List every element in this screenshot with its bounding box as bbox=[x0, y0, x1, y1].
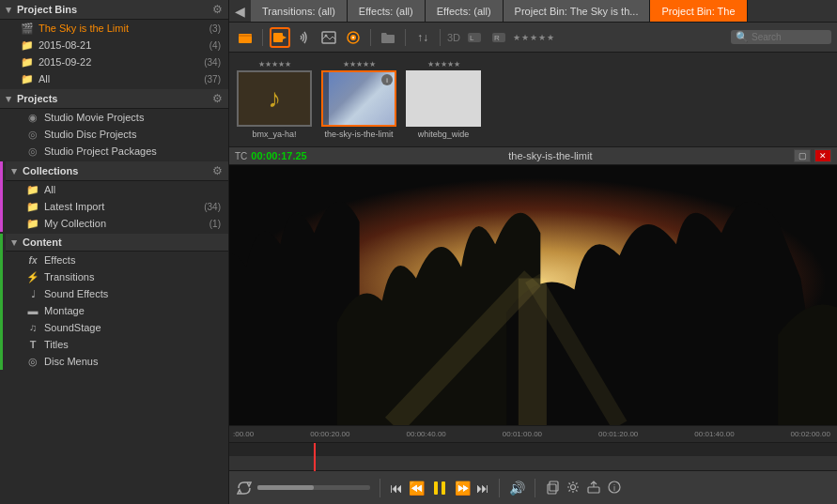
bin-item-0[interactable]: 🎬 The Sky is the Limit (3) bbox=[0, 20, 228, 37]
titles-icon: T bbox=[26, 338, 39, 351]
collections-header[interactable]: ▶ Collections ⚙ bbox=[6, 161, 228, 181]
content-soundstage[interactable]: ♫ SoundStage bbox=[6, 319, 228, 336]
collection-count-1: (34) bbox=[204, 202, 221, 212]
folder-icon[interactable] bbox=[378, 27, 398, 48]
volume-btn[interactable]: 🔊 bbox=[509, 481, 525, 496]
projects-section: ▶ Projects ⚙ ◉ Studio Movie Projects ◎ S… bbox=[0, 89, 228, 160]
video-timecode: 00:00:17.25 bbox=[251, 150, 306, 161]
project-bins-gear-icon[interactable]: ⚙ bbox=[212, 3, 223, 16]
effects-view-icon[interactable] bbox=[343, 27, 364, 48]
video-canvas bbox=[229, 165, 837, 425]
export-btn[interactable] bbox=[586, 480, 601, 496]
disc-menus-icon: ◎ bbox=[26, 355, 39, 368]
video-icon[interactable] bbox=[270, 27, 290, 48]
tab-0[interactable]: Transitions: (all) bbox=[251, 0, 348, 22]
bin-item-3[interactable]: 📁 All (37) bbox=[0, 70, 228, 87]
fx-icon: fx bbox=[26, 253, 39, 267]
project-bins-header[interactable]: ▶ Project Bins ⚙ bbox=[0, 0, 228, 20]
sort-icon[interactable]: ↑↓ bbox=[412, 27, 433, 48]
project-item-2[interactable]: ◎ Studio Project Packages bbox=[0, 143, 228, 160]
loop-btn[interactable] bbox=[237, 481, 252, 496]
collections-gear-icon[interactable]: ⚙ bbox=[212, 164, 223, 177]
scrub-area bbox=[257, 485, 370, 490]
info-btn[interactable]: i bbox=[607, 480, 622, 496]
film-icon: 🎬 bbox=[21, 22, 34, 35]
collection-item-0[interactable]: 📁 All bbox=[6, 181, 228, 198]
3d-right-icon[interactable]: R bbox=[488, 27, 509, 48]
search-bar[interactable]: 🔍 bbox=[731, 30, 831, 44]
bin-count-1: (4) bbox=[209, 40, 221, 51]
video-minimize-btn[interactable]: ▢ bbox=[794, 149, 811, 162]
collection-folder-icon-1: 📁 bbox=[26, 200, 39, 213]
label-3d: 3D bbox=[447, 32, 460, 43]
collection-item-1[interactable]: 📁 Latest Import (34) bbox=[6, 198, 228, 215]
media-label-0: bmx_ya-ha! bbox=[252, 130, 296, 139]
bin-item-1[interactable]: 📁 2015-08-21 (4) bbox=[0, 37, 228, 53]
media-item-0[interactable]: ★★★★★ ♪ bmx_ya-ha! bbox=[237, 60, 312, 139]
step-back-btn[interactable]: ⏪ bbox=[409, 481, 425, 496]
audio-icon[interactable] bbox=[294, 27, 315, 48]
video-close-btn[interactable]: ✕ bbox=[814, 149, 831, 162]
media-stars-2: ★★★★★ bbox=[427, 60, 460, 69]
timeline: :00.00 00:00:20.00 00:00:40.00 00:01:00.… bbox=[229, 425, 837, 470]
content-effects[interactable]: fx Effects bbox=[6, 252, 228, 268]
new-bin-icon[interactable] bbox=[235, 27, 256, 48]
package-icon: ◎ bbox=[26, 145, 39, 158]
marker-4: 00:01:20.00 bbox=[598, 430, 638, 438]
star-rating-toolbar: ★★★★★ bbox=[513, 33, 555, 42]
3d-left-icon[interactable]: L bbox=[464, 27, 485, 48]
project-item-1[interactable]: ◎ Studio Disc Projects bbox=[0, 126, 228, 143]
bin-name-0: The Sky is the Limit bbox=[39, 23, 129, 34]
media-thumb-2[interactable] bbox=[406, 70, 481, 127]
search-input[interactable] bbox=[752, 32, 827, 42]
collection-folder-icon-0: 📁 bbox=[26, 183, 39, 196]
play-pause-btn[interactable] bbox=[430, 479, 449, 497]
content-name-3: Montage bbox=[44, 305, 85, 316]
collection-folder-icon-2: 📁 bbox=[26, 217, 39, 230]
collections-section: ▶ Collections ⚙ 📁 All 📁 Latest Import (3… bbox=[0, 161, 228, 232]
collection-item-2[interactable]: 📁 My Collection (1) bbox=[6, 215, 228, 232]
content-sound-effects[interactable]: ♩ Sound Effects bbox=[6, 285, 228, 302]
svg-point-20 bbox=[571, 484, 576, 489]
tab-4[interactable]: Project Bin: The bbox=[650, 0, 747, 22]
tab-2[interactable]: Effects: (all) bbox=[426, 0, 504, 22]
copy-btn[interactable] bbox=[545, 480, 560, 496]
content-name-6: Disc Menus bbox=[44, 356, 98, 367]
skip-to-start-btn[interactable]: ⏮ bbox=[390, 481, 403, 496]
skip-to-end-btn[interactable]: ⏭ bbox=[476, 481, 489, 496]
sidebar: ▶ Project Bins ⚙ 🎬 The Sky is the Limit … bbox=[0, 0, 229, 504]
marker-2: 00:00:40.00 bbox=[407, 430, 446, 438]
project-item-0[interactable]: ◉ Studio Movie Projects bbox=[0, 109, 228, 126]
ctrl-sep-1 bbox=[380, 479, 380, 497]
image-icon[interactable] bbox=[318, 27, 339, 48]
marker-0: :00.00 bbox=[233, 430, 254, 438]
timeline-ruler: :00.00 00:00:20.00 00:00:40.00 00:01:00.… bbox=[229, 426, 837, 443]
projects-gear-icon[interactable]: ⚙ bbox=[212, 92, 223, 105]
media-thumb-0[interactable]: ♪ bbox=[237, 70, 312, 127]
tab-3[interactable]: Project Bin: The Sky is th... bbox=[504, 0, 651, 22]
projects-header[interactable]: ▶ Projects ⚙ bbox=[0, 89, 228, 109]
ctrl-sep-3 bbox=[535, 479, 535, 497]
tab-scroll-left[interactable]: ◀ bbox=[229, 4, 251, 19]
media-item-2[interactable]: ★★★★★ whitebg_wide bbox=[406, 60, 481, 139]
scrub-bar[interactable] bbox=[257, 485, 370, 490]
svg-text:i: i bbox=[613, 483, 615, 493]
bin-item-2[interactable]: 📁 2015-09-22 (34) bbox=[0, 53, 228, 70]
tc-prefix: TC bbox=[235, 151, 247, 161]
content-header[interactable]: ▶ Content bbox=[6, 234, 228, 252]
content-transitions[interactable]: ⚡ Transitions bbox=[6, 268, 228, 285]
movie-icon: ◉ bbox=[26, 111, 39, 124]
content-titles[interactable]: T Titles bbox=[6, 336, 228, 353]
settings-btn[interactable] bbox=[566, 480, 581, 496]
media-thumb-1[interactable]: i bbox=[321, 70, 396, 127]
step-fwd-btn[interactable]: ⏩ bbox=[455, 481, 471, 496]
timeline-track[interactable] bbox=[229, 443, 837, 456]
content-montage[interactable]: ▬ Montage bbox=[6, 302, 228, 319]
media-label-2: whitebg_wide bbox=[418, 130, 470, 139]
content-disc-menus[interactable]: ◎ Disc Menus bbox=[6, 353, 228, 370]
media-stars-0: ★★★★★ bbox=[258, 60, 291, 69]
media-item-1[interactable]: ★★★★★ i the-sky-is-the-limit bbox=[321, 60, 396, 139]
svg-rect-1 bbox=[273, 33, 283, 42]
svg-rect-16 bbox=[434, 481, 438, 495]
tab-1[interactable]: Effects: (all) bbox=[348, 0, 426, 22]
